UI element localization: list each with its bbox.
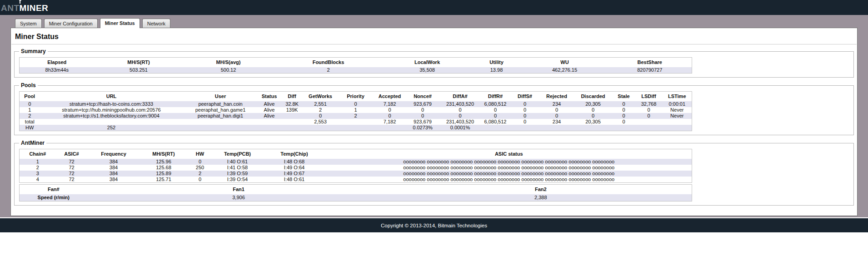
table-cell: 231,403,520: [440, 119, 481, 125]
column-header: Pool: [20, 92, 40, 102]
table-cell: [281, 119, 304, 125]
table-cell: 125.71: [140, 177, 188, 183]
nav-tabs: System Miner Configuration Miner Status …: [0, 18, 868, 28]
logo-text-miner: MINER: [20, 3, 49, 13]
table-cell: I:48 O:61: [263, 177, 326, 183]
pools-table-head: PoolURLUserStatusDiffGetWorksPriorityAcc…: [20, 92, 692, 102]
table-cell: [40, 119, 183, 125]
table-cell: I:41 O:58: [213, 165, 263, 171]
column-header: User: [183, 92, 258, 102]
column-header: FoundBlocks: [274, 58, 383, 68]
table-cell: 0: [613, 113, 635, 119]
table-cell: 35,508: [383, 67, 472, 74]
table-cell: [663, 119, 692, 125]
table-cell: 0: [510, 107, 540, 113]
table-cell: oooooooo oooooooo oooooooo oooooooo oooo…: [326, 159, 692, 165]
pools-header-row: PoolURLUserStatusDiffGetWorksPriorityAcc…: [20, 92, 692, 102]
tab-network[interactable]: Network: [142, 19, 170, 28]
fan-header-row: Fan#Fan1Fan2: [20, 185, 692, 195]
table-row: 272384125.68250I:41 O:58I:49 O:64ooooooo…: [20, 165, 692, 171]
tab-miner-configuration[interactable]: Miner Configuration: [44, 19, 98, 28]
copyright-text: Copyright © 2013-2014, Bitmain Technolog…: [381, 223, 487, 228]
summary-table-body: 8h33m44s503.251500.12235,50813.98462,276…: [20, 67, 692, 74]
table-cell: 503.251: [95, 67, 183, 74]
chains-table-head: Chain#ASIC#FrequencyMH/S(RT)HWTemp(PCB)T…: [20, 149, 692, 159]
pools-section: Pools PoolURLUserStatusDiffGetWorksPrior…: [14, 82, 854, 135]
table-cell: stratum+tcp://s1.theblocksfactory.com:90…: [40, 113, 183, 119]
fan-speed-label: Speed (r/min): [20, 194, 88, 201]
table-cell: 72: [56, 159, 88, 165]
table-cell: 139K: [281, 107, 304, 113]
chains-header-row: Chain#ASIC#FrequencyMH/S(RT)HWTemp(PCB)T…: [20, 149, 692, 159]
table-cell: [281, 125, 304, 131]
column-header: MH/S(avg): [183, 58, 274, 68]
table-cell: Alive: [258, 101, 281, 107]
column-header: HW: [188, 149, 213, 159]
column-header: DiffS#: [510, 92, 540, 102]
table-cell: 125.68: [140, 165, 188, 171]
table-cell: 72: [56, 177, 88, 183]
table-cell: 0: [481, 113, 510, 119]
table-cell: 0: [635, 107, 663, 113]
summary-table: ElapsedMH/S(RT)MH/S(avg)FoundBlocksLocal…: [19, 57, 692, 74]
table-cell: 384: [88, 177, 140, 183]
table-cell: 32,768: [635, 101, 663, 107]
content-panel: Miner Status Summary ElapsedMH/S(RT)MH/S…: [10, 28, 858, 216]
table-cell: peeraphat_han.game1: [183, 107, 258, 113]
table-cell: total: [20, 119, 40, 125]
tab-miner-status[interactable]: Miner Status: [100, 18, 140, 28]
table-cell: 20,305: [574, 119, 613, 125]
table-cell: [338, 119, 374, 125]
fan-table: Fan#Fan1Fan2 Speed (r/min) 3,906 2,388: [19, 184, 692, 201]
table-cell: [635, 119, 663, 125]
table-cell: 0:00:01: [663, 101, 692, 107]
column-header: Accepted: [374, 92, 406, 102]
table-cell: 384: [88, 171, 140, 177]
antminer-legend: AntMiner: [19, 140, 46, 146]
table-cell: 32.8K: [281, 101, 304, 107]
table-cell: 1: [338, 107, 374, 113]
table-cell: 1: [20, 159, 56, 165]
column-header: Temp(Chip): [263, 149, 326, 159]
chains-table-body: 172384125.960I:40 O:61I:48 O:68oooooooo …: [20, 159, 692, 183]
table-cell: 0: [406, 107, 440, 113]
pools-table: PoolURLUserStatusDiffGetWorksPriorityAcc…: [19, 91, 692, 131]
table-row: 372384125.892I:39 O:59I:49 O:67oooooooo …: [20, 171, 692, 177]
table-cell: I:49 O:64: [263, 165, 326, 171]
table-cell: 0: [374, 113, 406, 119]
column-header: Status: [258, 92, 281, 102]
column-header: MH/S(RT): [95, 58, 183, 68]
table-row: 472384125.710I:39 O:54I:48 O:61oooooooo …: [20, 177, 692, 183]
table-cell: oooooooo oooooooo oooooooo oooooooo oooo…: [326, 171, 692, 177]
table-cell: I:39 O:59: [213, 171, 263, 177]
table-cell: 6,080,512: [481, 119, 510, 125]
column-header: Diff: [281, 92, 304, 102]
table-cell: I:49 O:67: [263, 171, 326, 177]
column-header: Discarded: [574, 92, 613, 102]
table-cell: 0: [574, 107, 613, 113]
tab-system[interactable]: System: [15, 19, 42, 28]
column-header: LSTime: [663, 92, 692, 102]
table-cell: [258, 119, 281, 125]
table-cell: 923,679: [406, 101, 440, 107]
table-cell: [258, 125, 281, 131]
table-cell: 0: [481, 107, 510, 113]
column-header: Stale: [613, 92, 635, 102]
summary-values-row: 8h33m44s503.251500.12235,50813.98462,276…: [20, 67, 692, 74]
table-cell: 2: [274, 67, 383, 74]
table-cell: 13.98: [472, 67, 522, 74]
table-cell: [510, 125, 540, 131]
table-cell: 0: [188, 159, 213, 165]
fan-table-head: Fan#Fan1Fan2: [20, 185, 692, 195]
main-background: System Miner Configuration Miner Status …: [0, 15, 868, 217]
table-row: total2,5537,182923,679231,403,5206,080,5…: [20, 119, 692, 125]
antminer-section: AntMiner Chain#ASIC#FrequencyMH/S(RT)HWT…: [14, 140, 854, 206]
column-header: Fan2: [390, 185, 692, 195]
table-cell: 0: [510, 119, 540, 125]
table-cell: 0: [635, 113, 663, 119]
column-header: Frequency: [88, 149, 140, 159]
summary-section: Summary ElapsedMH/S(RT)MH/S(avg)FoundBlo…: [14, 48, 854, 78]
table-cell: [635, 125, 663, 131]
table-cell: 0: [374, 107, 406, 113]
table-cell: oooooooo oooooooo oooooooo oooooooo oooo…: [326, 165, 692, 171]
